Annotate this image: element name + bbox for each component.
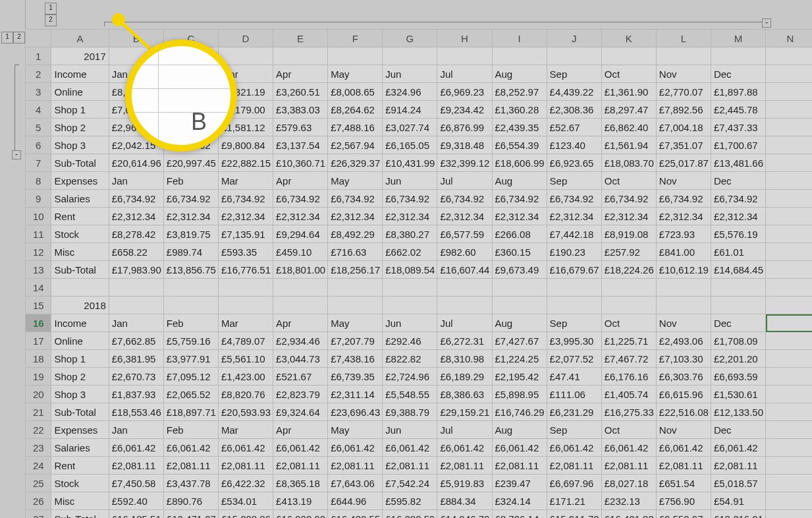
cell-I3[interactable]: £8,252.97 (492, 83, 547, 101)
row-header-16[interactable]: 16 (26, 314, 51, 332)
cell-L18[interactable]: £7,103.30 (656, 350, 711, 368)
cell-A6[interactable]: Shop 3 (51, 136, 109, 154)
cell-F14[interactable] (328, 279, 383, 297)
cell-M14[interactable] (711, 279, 765, 297)
cell-D25[interactable]: £6,422.32 (218, 475, 273, 492)
cell-K13[interactable]: £18,224.26 (601, 261, 656, 279)
cell-M26[interactable]: £54.91 (711, 492, 765, 510)
cell-D20[interactable]: £8,820.76 (218, 386, 273, 403)
row-header-18[interactable]: 18 (26, 350, 51, 368)
col-outline-level-2[interactable]: 2 (45, 14, 57, 26)
cell-A24[interactable]: Rent (51, 457, 109, 475)
cell-C20[interactable]: £2,065.52 (163, 386, 218, 403)
cell-L2[interactable]: Nov (656, 65, 711, 83)
cell-M1[interactable] (711, 47, 765, 65)
cell-J19[interactable]: £47.41 (547, 368, 601, 386)
cell-B15[interactable] (109, 297, 163, 314)
cell-F25[interactable]: £7,643.06 (328, 475, 383, 492)
cell-L16[interactable]: Nov (656, 314, 711, 332)
cell-H17[interactable]: £6,272.31 (437, 332, 492, 350)
cell-N4[interactable] (766, 101, 812, 119)
cell-H2[interactable]: Jul (437, 65, 492, 83)
cell-G24[interactable]: £2,081.11 (383, 457, 437, 475)
cell-D16[interactable]: Mar (218, 314, 273, 332)
cell-F4[interactable]: £8,264.62 (328, 101, 383, 119)
cell-F7[interactable]: £26,329.37 (328, 154, 383, 172)
row-header-27[interactable]: 27 (26, 510, 51, 519)
cell-C21[interactable]: £18,897.71 (163, 403, 218, 421)
cell-A5[interactable]: Shop 2 (51, 119, 109, 136)
cell-B13[interactable]: £17,983.90 (109, 261, 163, 279)
cell-B12[interactable]: £658.22 (109, 243, 163, 261)
cell-G17[interactable]: £292.46 (383, 332, 437, 350)
cell-L24[interactable]: £2,081.11 (656, 457, 711, 475)
cell-N5[interactable] (766, 119, 812, 136)
cell-K4[interactable]: £8,297.47 (601, 101, 656, 119)
cell-H20[interactable]: £8,386.63 (437, 386, 492, 403)
cell-C11[interactable]: £3,819.75 (163, 225, 218, 243)
cell-E3[interactable]: £3,260.51 (273, 83, 328, 101)
row-header-21[interactable]: 21 (26, 403, 51, 421)
cell-B24[interactable]: £2,081.11 (109, 457, 163, 475)
row-header-13[interactable]: 13 (26, 261, 51, 279)
cell-N3[interactable] (766, 83, 812, 101)
row-header-19[interactable]: 19 (26, 368, 51, 386)
cell-M24[interactable]: £2,081.11 (711, 457, 765, 475)
cell-B19[interactable]: £2,670.73 (109, 368, 163, 386)
cell-K3[interactable]: £1,361.90 (601, 83, 656, 101)
cell-J26[interactable]: £171.21 (547, 492, 601, 510)
cell-H9[interactable]: £6,734.92 (437, 190, 492, 208)
cell-I25[interactable]: £239.47 (492, 475, 547, 492)
cell-A12[interactable]: Misc (51, 243, 109, 261)
cell-G8[interactable]: Jun (383, 172, 437, 190)
column-header-F[interactable]: F (328, 30, 383, 47)
cell-E16[interactable]: Apr (273, 314, 328, 332)
cell-E10[interactable]: £2,312.34 (273, 208, 328, 225)
cell-G15[interactable] (383, 297, 437, 314)
cell-L10[interactable]: £2,312.34 (656, 208, 711, 225)
cell-H16[interactable]: Jul (437, 314, 492, 332)
cell-F8[interactable]: May (328, 172, 383, 190)
cell-A21[interactable]: Sub-Total (51, 403, 109, 421)
cell-M8[interactable]: Dec (711, 172, 765, 190)
cell-G20[interactable]: £5,548.55 (383, 386, 437, 403)
cell-N8[interactable] (766, 172, 812, 190)
cell-N7[interactable] (766, 154, 812, 172)
cell-B20[interactable]: £1,837.93 (109, 386, 163, 403)
cell-L26[interactable]: £756.90 (656, 492, 711, 510)
cell-K26[interactable]: £232.13 (601, 492, 656, 510)
cell-K19[interactable]: £6,176.16 (601, 368, 656, 386)
cell-A13[interactable]: Sub-Total (51, 261, 109, 279)
cell-E11[interactable]: £9,294.64 (273, 225, 328, 243)
cell-L4[interactable]: £7,892.56 (656, 101, 711, 119)
cell-E26[interactable]: £413.19 (273, 492, 328, 510)
cell-B16[interactable]: Jan (109, 314, 163, 332)
cell-K24[interactable]: £2,081.11 (601, 457, 656, 475)
cell-A27[interactable]: Sub-Total (51, 510, 109, 519)
cell-D19[interactable]: £1,423.00 (218, 368, 273, 386)
cell-L11[interactable]: £723.93 (656, 225, 711, 243)
cell-B26[interactable]: £592.40 (109, 492, 163, 510)
cell-F3[interactable]: £8,008.65 (328, 83, 383, 101)
cell-G7[interactable]: £10,431.99 (383, 154, 437, 172)
cell-F5[interactable]: £7,488.16 (328, 119, 383, 136)
row-header-9[interactable]: 9 (26, 190, 51, 208)
cell-B14[interactable] (109, 279, 163, 297)
cell-I1[interactable] (492, 47, 547, 65)
cell-N20[interactable] (766, 386, 812, 403)
cell-E1[interactable] (273, 47, 328, 65)
cell-G14[interactable] (383, 279, 437, 297)
cell-I16[interactable]: Aug (492, 314, 547, 332)
cell-F6[interactable]: £2,567.94 (328, 136, 383, 154)
cell-G1[interactable] (383, 47, 437, 65)
row-header-7[interactable]: 7 (26, 154, 51, 172)
cell-C15[interactable] (163, 297, 218, 314)
cell-K25[interactable]: £8,027.18 (601, 475, 656, 492)
cell-L1[interactable] (656, 47, 711, 65)
cell-L17[interactable]: £2,493.06 (656, 332, 711, 350)
cell-I18[interactable]: £1,224.25 (492, 350, 547, 368)
cell-E13[interactable]: £18,801.00 (273, 261, 328, 279)
cell-A20[interactable]: Shop 3 (51, 386, 109, 403)
cell-C7[interactable]: £20,997.45 (163, 154, 218, 172)
cell-G22[interactable]: Jun (383, 421, 437, 439)
